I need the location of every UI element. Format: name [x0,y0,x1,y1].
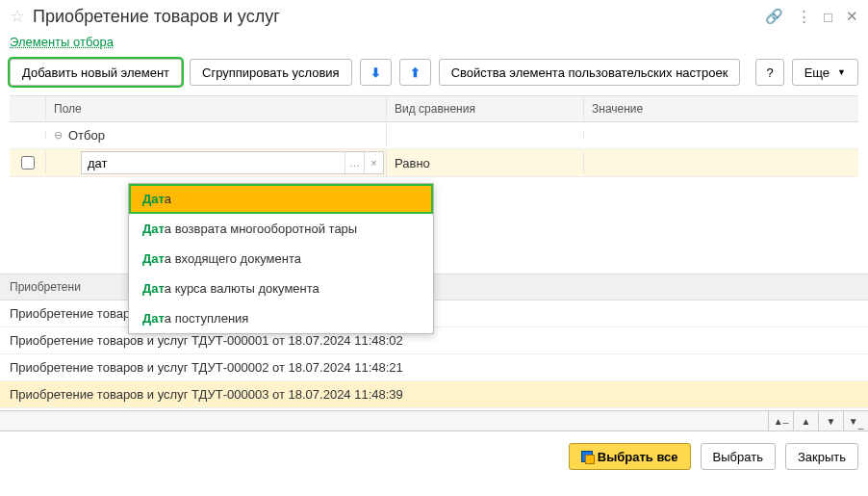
filter-row-checkbox[interactable] [21,156,35,170]
nav-up-button[interactable]: ▲ [793,411,818,431]
close-button[interactable]: Закрыть [785,443,858,470]
toolbar: Добавить новый элемент Сгруппировать усл… [0,55,868,95]
filter-root-row[interactable]: ⊖ Отбор [10,122,858,149]
title-bar: ☆ Приобретение товаров и услуг 🔗 ⋮ □ ✕ [0,0,868,33]
autocomplete-dropdown: Дата Дата возврата многооборотной тары Д… [128,183,434,334]
menu-dots-icon[interactable]: ⋮ [797,8,810,25]
footer: Выбрать все Выбрать Закрыть [0,431,868,482]
header-compare: Вид сравнения [387,96,584,121]
compare-cell[interactable]: Равно [387,152,584,174]
page-title: Приобретение товаров и услуг [33,7,757,27]
select-all-label: Выбрать все [598,450,678,464]
link-icon[interactable]: 🔗 [765,8,783,25]
arrow-up-icon: ⬆ [410,65,421,80]
field-input-wrapper: … × [81,151,384,174]
filter-header-row: Поле Вид сравнения Значение [10,95,858,122]
group-conditions-button[interactable]: Сгруппировать условия [190,59,352,86]
value-cell[interactable] [584,159,858,167]
list-item[interactable]: Приобретение товаров и услуг ТДУТ-000003… [0,381,868,408]
filter-edit-row: … × Равно [10,149,858,177]
list-item[interactable]: Приобретение товаров и услуг ТДУТ-000002… [0,354,868,381]
dropdown-item-date[interactable]: Дата [129,184,433,214]
more-button[interactable]: Еще▼ [792,59,858,86]
header-value: Значение [584,96,858,121]
field-clear-button[interactable]: × [364,152,383,173]
filter-elements-link[interactable]: Элементы отбора [0,33,868,55]
collapse-icon[interactable]: ⊖ [54,129,63,142]
nav-first-button[interactable]: ▲_ [768,411,793,431]
favorite-star-icon[interactable]: ☆ [10,6,25,27]
add-new-element-button[interactable]: Добавить новый элемент [10,59,182,86]
dropdown-item-receipt-date[interactable]: Дата поступления [129,303,433,333]
field-select-button[interactable]: … [345,152,364,173]
dropdown-item-incoming-doc-date[interactable]: Дата входящего документа [129,244,433,274]
arrow-down-icon: ⬇ [370,65,381,80]
select-all-icon [581,451,593,462]
move-up-button[interactable]: ⬆ [399,59,431,86]
custom-settings-properties-button[interactable]: Свойства элемента пользовательских настр… [439,59,741,86]
nav-down-button[interactable]: ▼ [818,411,843,431]
chevron-down-icon: ▼ [837,67,846,77]
help-button[interactable]: ? [755,59,783,86]
close-icon[interactable]: ✕ [846,8,858,25]
more-button-label: Еще [804,65,830,80]
nav-last-button[interactable]: ▼_ [843,411,868,431]
dropdown-item-currency-rate-date[interactable]: Дата курса валюты документа [129,274,433,303]
filter-root-label: Отбор [68,128,105,143]
nav-bar: ▲_ ▲ ▼ ▼_ [0,410,868,431]
select-all-button[interactable]: Выбрать все [569,443,691,470]
field-input[interactable] [82,152,345,173]
dropdown-item-return-date[interactable]: Дата возврата многооборотной тары [129,214,433,244]
move-down-button[interactable]: ⬇ [360,59,392,86]
maximize-icon[interactable]: □ [824,9,832,25]
header-field: Поле [46,96,387,121]
select-button[interactable]: Выбрать [701,443,776,470]
